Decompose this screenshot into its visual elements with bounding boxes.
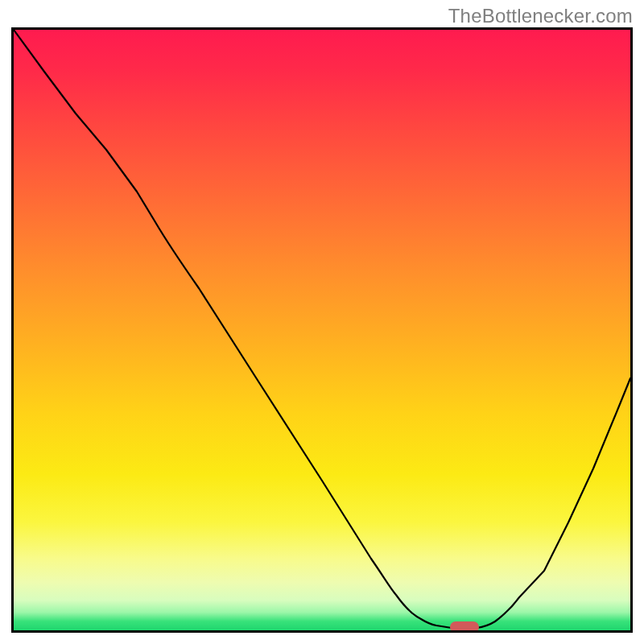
chart-stage: TheBottlenecker.com: [0, 0, 644, 644]
heat-gradient: [14, 30, 630, 630]
watermark-text: TheBottlenecker.com: [448, 5, 633, 27]
plot-area: [11, 27, 633, 633]
